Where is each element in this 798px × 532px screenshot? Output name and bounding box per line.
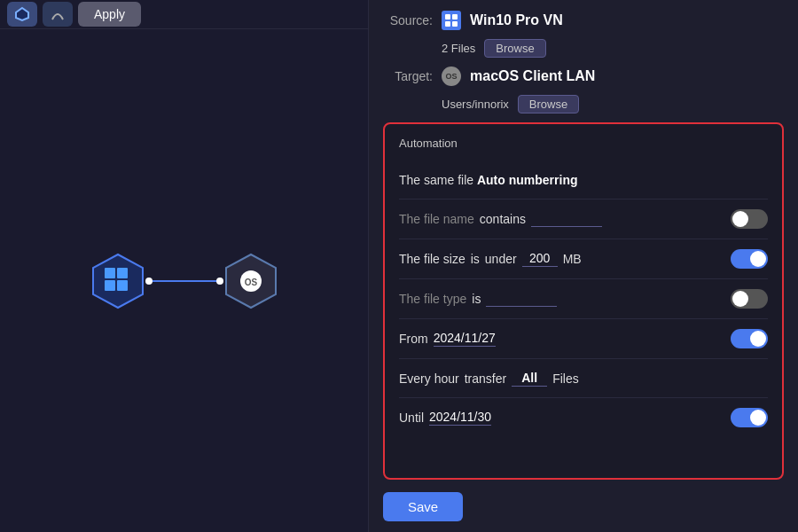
transfer-label: transfer	[465, 372, 506, 386]
source-files-count: 2 Files	[442, 42, 475, 55]
file-name-toggle[interactable]	[731, 209, 768, 229]
target-files-row: Users/innorix Browse	[383, 95, 784, 113]
file-name-toggle-knob	[732, 211, 748, 227]
target-path: Users/innorix	[442, 98, 509, 111]
apply-button[interactable]: Apply	[78, 2, 141, 27]
source-label: Source:	[383, 13, 433, 27]
source-row: Source: Win10 Pro VN	[383, 11, 784, 30]
file-name-row: The file name contains	[399, 200, 768, 239]
connector-dot-left	[145, 278, 153, 285]
target-node[interactable]: OS	[220, 250, 282, 312]
connector-line	[149, 280, 220, 282]
file-size-label: The file size	[399, 252, 466, 266]
target-label: Target:	[383, 69, 433, 83]
file-name-contains: contains	[480, 212, 526, 226]
from-toggle-knob	[750, 331, 766, 347]
file-type-row: The file type is	[399, 279, 768, 319]
svg-marker-0	[16, 8, 28, 20]
until-value[interactable]: 2024/11/30	[429, 410, 491, 426]
file-size-under: under	[485, 252, 517, 266]
save-button[interactable]: Save	[383, 492, 463, 521]
file-type-value[interactable]	[486, 291, 557, 307]
source-files-row: 2 Files Browse	[383, 39, 784, 58]
from-toggle[interactable]	[731, 329, 768, 348]
transfer-value[interactable]: All	[512, 371, 547, 387]
tool-curve-button[interactable]	[43, 2, 73, 27]
toolbar: Apply	[0, 0, 368, 29]
until-row: Until 2024/11/30	[399, 398, 768, 437]
same-file-row: The same file Auto numberring	[399, 160, 768, 200]
file-size-toggle[interactable]	[731, 249, 768, 269]
source-node[interactable]	[87, 250, 149, 312]
file-type-label: The file type	[399, 292, 466, 306]
win-icon	[442, 11, 461, 30]
file-name-label: The file name	[399, 212, 474, 226]
file-size-unit: MB	[563, 252, 582, 266]
every-hour-row: Every hour transfer All Files	[399, 359, 768, 398]
same-file-text: The same file Auto numberring	[399, 173, 577, 187]
from-label: From	[399, 332, 428, 346]
target-row: Target: OS macOS Client LAN	[383, 66, 784, 86]
automation-title: Automation	[399, 137, 768, 150]
until-toggle[interactable]	[731, 408, 768, 427]
every-hour-label: Every hour	[399, 372, 459, 386]
node-connection: OS	[87, 250, 282, 312]
target-browse-button[interactable]: Browse	[518, 95, 579, 113]
target-name: macOS Client LAN	[470, 68, 595, 84]
until-toggle-knob	[750, 410, 766, 426]
file-type-toggle-knob	[732, 291, 748, 307]
right-panel: Source: Win10 Pro VN 2 Files Browse Targ…	[368, 0, 798, 532]
source-name: Win10 Pro VN	[470, 12, 563, 28]
file-size-is: is	[471, 252, 480, 266]
tool-select-button[interactable]	[7, 2, 37, 27]
until-label: Until	[399, 411, 424, 425]
file-size-toggle-knob	[750, 251, 766, 267]
svg-text:OS: OS	[244, 278, 257, 287]
file-type-is: is	[472, 292, 481, 306]
from-value[interactable]: 2024/11/27	[434, 331, 496, 347]
file-size-row: The file size is under 200 MB	[399, 239, 768, 279]
automation-box: Automation The same file Auto numberring…	[383, 122, 784, 480]
file-name-value[interactable]	[531, 211, 602, 227]
source-browse-button[interactable]: Browse	[484, 39, 545, 58]
canvas-area: OS	[0, 29, 368, 532]
file-size-value[interactable]: 200	[522, 251, 558, 267]
mac-icon: OS	[442, 66, 461, 86]
file-type-toggle[interactable]	[731, 289, 768, 309]
left-panel: Apply	[0, 0, 368, 532]
files-label: Files	[552, 372, 579, 386]
from-row: From 2024/11/27	[399, 319, 768, 359]
